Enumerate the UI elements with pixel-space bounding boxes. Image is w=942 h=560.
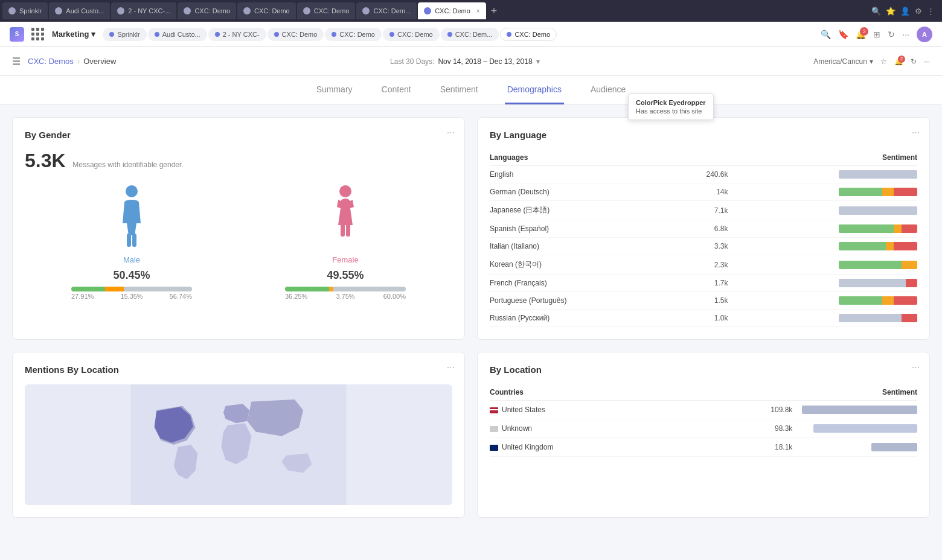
topbar-tab-ny[interactable]: 2 - NY CXC- — [208, 28, 266, 41]
browser-tab-cxc1[interactable]: CXC: Demo — [178, 2, 236, 19]
language-row: Korean (한국어)2.3k — [490, 255, 917, 275]
refresh-secondary-icon[interactable]: ↻ — [911, 57, 917, 66]
hamburger-icon[interactable]: ☰ — [12, 56, 21, 67]
browser-tab-cxc4[interactable]: CXC: Dem... — [356, 2, 417, 19]
male-sentiment-bar — [71, 287, 192, 291]
grid-topbar-icon[interactable]: ⊞ — [873, 30, 880, 39]
language-name: French (Français) — [490, 275, 666, 292]
svg-rect-4 — [341, 223, 345, 237]
male-neutral-pct: 15.35% — [120, 293, 143, 300]
new-tab-button[interactable]: + — [487, 5, 501, 18]
male-icon — [114, 184, 150, 250]
star-icon[interactable]: ☆ — [880, 57, 887, 66]
refresh-topbar-icon[interactable]: ↻ — [888, 30, 895, 39]
user-avatar[interactable]: A — [917, 27, 932, 42]
country-count: 18.1k — [699, 438, 802, 457]
search-topbar-icon[interactable]: 🔍 — [821, 30, 831, 39]
language-name: Korean (한국어) — [490, 255, 666, 275]
country-count: 109.8k — [699, 401, 802, 419]
topbar-tab-d3[interactable]: CXC: Demo — [383, 28, 440, 41]
loc-col-count — [699, 384, 802, 401]
bell-secondary-icon[interactable]: 🔔 2 — [894, 57, 903, 66]
topbar-tab-d2[interactable]: CXC: Demo — [325, 28, 382, 41]
marketing-label: Marketing — [52, 30, 89, 39]
topbar-tab-sprinklr[interactable]: Sprinklr — [103, 28, 146, 41]
topbar-tab-d4[interactable]: CXC: Dem... — [441, 28, 499, 41]
browser-tab-cxc3[interactable]: CXC: Demo — [297, 2, 356, 19]
browser-tab-audi[interactable]: Audi Custo... — [49, 2, 110, 19]
female-positive-pct: 36.25% — [285, 293, 307, 300]
loc-col-sentiment: Sentiment — [802, 384, 917, 401]
date-range-selector[interactable]: Last 30 Days: Nov 14, 2018 – Dec 13, 201… — [390, 57, 540, 66]
tab-content[interactable]: Content — [379, 76, 414, 104]
bookmark-icon[interactable]: ⭐ — [886, 7, 896, 16]
bookmark-topbar-icon[interactable]: 🔖 — [838, 30, 848, 39]
apps-grid-icon[interactable] — [31, 28, 45, 41]
female-label: Female — [332, 255, 358, 264]
female-percent: 49.55% — [327, 269, 364, 282]
language-row: French (Français)1.7k — [490, 275, 917, 292]
bell-topbar-icon[interactable]: 🔔 2 — [856, 30, 866, 39]
language-sentiment-bar — [738, 275, 917, 292]
world-map-svg — [25, 384, 452, 505]
browser-tab-cxc2[interactable]: CXC: Demo — [237, 2, 296, 19]
tab-sentiment[interactable]: Sentiment — [438, 76, 481, 104]
language-count: 1.7k — [666, 275, 738, 292]
browser-tab-cxc-active[interactable]: CXC: Demo × — [418, 2, 486, 19]
svg-rect-5 — [346, 223, 350, 237]
male-figure: Male 50.45% 27.91% 15.35% 56.74% — [71, 184, 192, 300]
browser-tab-sprinklr[interactable]: Sprinklr — [2, 2, 48, 19]
mentions-by-location-card: Mentions By Location ··· — [12, 352, 465, 518]
tab-summary[interactable]: Summary — [314, 76, 355, 104]
country-name: United States — [490, 401, 699, 419]
breadcrumb: CXC: Demos › Overview — [28, 57, 116, 66]
country-sentiment-bar — [802, 438, 917, 457]
tab-demographics[interactable]: Demographics — [505, 76, 564, 104]
country-flag-icon — [490, 445, 498, 451]
tab-audience[interactable]: Audience — [588, 76, 628, 104]
male-bar-labels: 27.91% 15.35% 56.74% — [71, 293, 192, 300]
timezone-value: America/Cancun — [813, 57, 867, 66]
mentions-location-menu[interactable]: ··· — [447, 362, 455, 373]
language-row: Portuguese (Português)1.5k — [490, 292, 917, 310]
topbar-tab-audi[interactable]: Audi Custo... — [148, 28, 207, 41]
by-gender-menu[interactable]: ··· — [447, 127, 455, 138]
world-map — [25, 384, 452, 505]
by-gender-title: By Gender — [25, 130, 452, 140]
female-neutral-pct: 3.75% — [336, 293, 354, 300]
search-icon[interactable]: 🔍 — [871, 7, 881, 16]
more-icon[interactable]: ⋮ — [927, 7, 935, 16]
timezone-selector[interactable]: America/Cancun ▾ — [813, 57, 873, 66]
location-table: Countries Sentiment United States109.8kU… — [490, 384, 917, 457]
country-count: 98.3k — [699, 419, 802, 438]
main-content: By Gender ··· 5.3K Messages with identif… — [0, 105, 942, 530]
topbar-tab-d5[interactable]: CXC: Demo — [500, 28, 557, 41]
app-logo: S — [10, 27, 24, 42]
loc-col-countries: Countries — [490, 384, 699, 401]
language-row: Spanish (Español)6.8k — [490, 220, 917, 238]
topbar-tab-d1[interactable]: CXC: Demo — [268, 28, 324, 41]
svg-rect-1 — [127, 234, 131, 247]
browser-tab-ny[interactable]: 2 - NY CXC-... — [111, 2, 176, 19]
by-location-card: By Location ··· Countries Sentiment Unit… — [477, 352, 930, 518]
marketing-dropdown[interactable]: Marketing ▾ — [52, 30, 95, 39]
browser-tab-bar: Sprinklr Audi Custo... 2 - NY CXC-... CX… — [0, 0, 942, 22]
settings-icon[interactable]: ⚙ — [915, 7, 922, 16]
by-language-menu[interactable]: ··· — [912, 127, 920, 138]
country-sentiment-bar — [802, 419, 917, 438]
profile-icon[interactable]: 👤 — [900, 7, 910, 16]
more-secondary-icon[interactable]: ··· — [924, 57, 930, 66]
by-location-menu[interactable]: ··· — [912, 362, 920, 373]
browser-actions: 🔍 ⭐ 👤 ⚙ ⋮ — [871, 7, 940, 16]
male-positive-pct: 27.91% — [71, 293, 94, 300]
language-count: 3.3k — [666, 238, 738, 255]
by-gender-card: By Gender ··· 5.3K Messages with identif… — [12, 117, 465, 340]
language-table: Languages Sentiment English240.6kGerman … — [490, 150, 917, 327]
language-name: Russian (Русский) — [490, 310, 666, 327]
lang-col-sentiment: Sentiment — [738, 150, 917, 166]
breadcrumb-current: Overview — [83, 57, 116, 66]
language-row: Japanese (日本語)7.1k — [490, 201, 917, 220]
breadcrumb-root[interactable]: CXC: Demos — [28, 57, 74, 66]
language-row: English240.6k — [490, 166, 917, 183]
more-topbar-icon[interactable]: ··· — [902, 30, 909, 39]
